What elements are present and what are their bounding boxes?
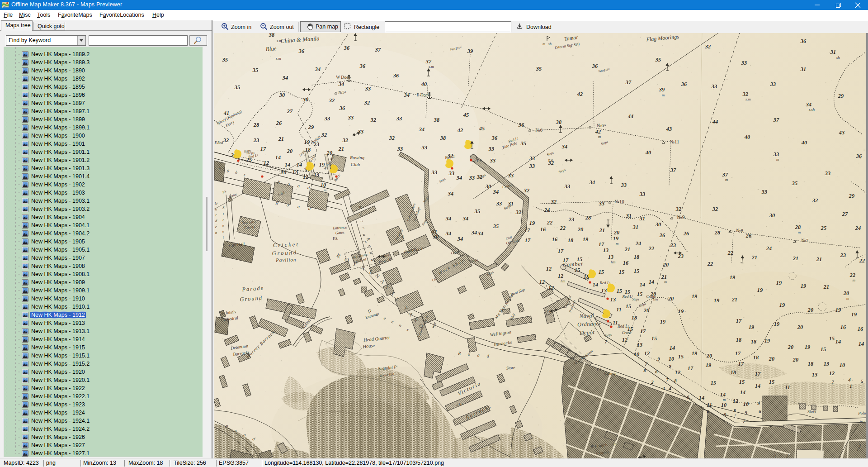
svg-text:26: 26	[683, 230, 689, 237]
svg-text:33: 33	[711, 83, 717, 90]
svg-text:31: 31	[639, 215, 645, 222]
svg-text:31: 31	[626, 213, 632, 219]
svg-text:17: 17	[736, 318, 742, 324]
svg-text:14: 14	[740, 389, 745, 396]
svg-text:Rowing: Rowing	[349, 155, 364, 160]
svg-text:26: 26	[659, 232, 665, 238]
svg-text:hm: hm	[611, 260, 615, 264]
svg-text:34: 34	[477, 230, 483, 237]
svg-text:20: 20	[788, 344, 793, 350]
svg-text:17: 17	[738, 361, 744, 367]
svg-text:18: 18	[753, 354, 759, 361]
svg-text:36: 36	[344, 45, 350, 51]
svg-text:Crane: Crane	[622, 330, 631, 335]
svg-text:19: 19	[764, 338, 770, 344]
svg-text:33: 33	[488, 146, 494, 152]
svg-text:15: 15	[617, 288, 622, 294]
svg-text:Canteen: Canteen	[604, 372, 617, 376]
svg-text:29: 29	[308, 124, 314, 130]
svg-text:m: m	[324, 188, 326, 192]
svg-text:33: 33	[397, 146, 403, 152]
svg-text:38: 38	[556, 119, 561, 125]
svg-text:21: 21	[731, 296, 737, 303]
svg-text:5: 5	[861, 378, 863, 384]
svg-text:34: 34	[589, 179, 595, 186]
svg-text:Ground: Ground	[272, 249, 297, 257]
svg-text:21: 21	[338, 146, 344, 152]
svg-text:13: 13	[812, 372, 817, 378]
svg-text:31: 31	[632, 224, 638, 230]
svg-text:G: G	[215, 201, 217, 205]
svg-text:34: 34	[315, 66, 321, 72]
svg-text:10: 10	[634, 351, 639, 357]
svg-text:m: m	[662, 93, 665, 97]
svg-text:18: 18	[731, 369, 736, 376]
svg-text:13: 13	[637, 342, 642, 348]
svg-text:19: 19	[757, 287, 763, 293]
svg-text:18: 18	[808, 361, 813, 367]
svg-text:13: 13	[314, 172, 319, 178]
svg-text:9: 9	[657, 356, 660, 362]
svg-text:12: 12	[539, 279, 545, 285]
svg-text:6: 6	[759, 409, 761, 414]
svg-text:12: 12	[303, 174, 308, 180]
svg-text:17: 17	[558, 248, 564, 254]
svg-text:36: 36	[359, 63, 366, 69]
svg-text:16: 16	[858, 326, 863, 332]
svg-text:F.S.: F.S.	[333, 237, 338, 241]
svg-text:33: 33	[761, 189, 767, 195]
svg-text:37: 37	[670, 167, 676, 173]
svg-text:38: 38	[269, 33, 274, 38]
svg-text:7: 7	[666, 377, 669, 382]
svg-text:22: 22	[859, 257, 865, 264]
svg-text:9: 9	[745, 410, 747, 415]
svg-text:33: 33	[599, 200, 604, 207]
svg-text:35: 35	[222, 57, 228, 63]
svg-text:210: 210	[456, 402, 462, 406]
svg-text:Red Lᵗ: Red Lᵗ	[617, 324, 629, 329]
svg-text:19: 19	[749, 324, 754, 330]
svg-text:38: 38	[434, 117, 439, 123]
svg-text:31: 31	[800, 66, 806, 72]
svg-text:36: 36	[800, 38, 807, 44]
svg-text:34: 34	[493, 189, 499, 195]
svg-text:32: 32	[321, 132, 327, 138]
svg-text:21: 21	[599, 227, 605, 234]
svg-text:19: 19	[692, 350, 697, 357]
svg-text:13: 13	[603, 247, 609, 253]
svg-text:45: 45	[463, 112, 469, 118]
svg-text:38: 38	[440, 135, 446, 141]
svg-text:6: 6	[687, 394, 689, 400]
svg-text:32: 32	[515, 209, 521, 215]
svg-text:19: 19	[678, 308, 684, 315]
svg-text:40: 40	[421, 81, 427, 87]
svg-text:20: 20	[643, 307, 649, 314]
svg-text:32: 32	[742, 91, 748, 97]
svg-text:Red Lᵗ: Red Lᵗ	[622, 294, 633, 299]
svg-text:m . sh: m . sh	[542, 42, 552, 46]
svg-text:21: 21	[816, 256, 822, 262]
svg-text:Store: Store	[506, 365, 515, 370]
svg-text:33: 33	[324, 115, 330, 122]
svg-text:36: 36	[393, 72, 399, 79]
svg-text:19: 19	[304, 139, 310, 145]
svg-text:Naval: Naval	[579, 312, 594, 319]
svg-text:43: 43	[839, 129, 844, 136]
svg-text:33: 33	[431, 169, 437, 176]
svg-text:17: 17	[755, 371, 761, 377]
svg-text:12: 12	[622, 337, 627, 343]
svg-text:15: 15	[821, 346, 826, 353]
svg-text:13: 13	[292, 168, 298, 175]
svg-text:28: 28	[585, 214, 591, 221]
svg-text:Ch.: Ch.	[612, 442, 618, 446]
svg-text:e: e	[222, 223, 224, 228]
svg-text:16: 16	[623, 260, 629, 266]
svg-text:7: 7	[604, 339, 607, 344]
svg-text:№7: №7	[801, 238, 808, 243]
svg-text:m: m	[616, 241, 618, 246]
svg-text:17: 17	[599, 241, 604, 248]
svg-text:12: 12	[546, 266, 552, 272]
svg-text:m: m	[853, 278, 855, 282]
svg-text:14: 14	[593, 281, 598, 288]
svg-text:m: m	[725, 177, 728, 182]
